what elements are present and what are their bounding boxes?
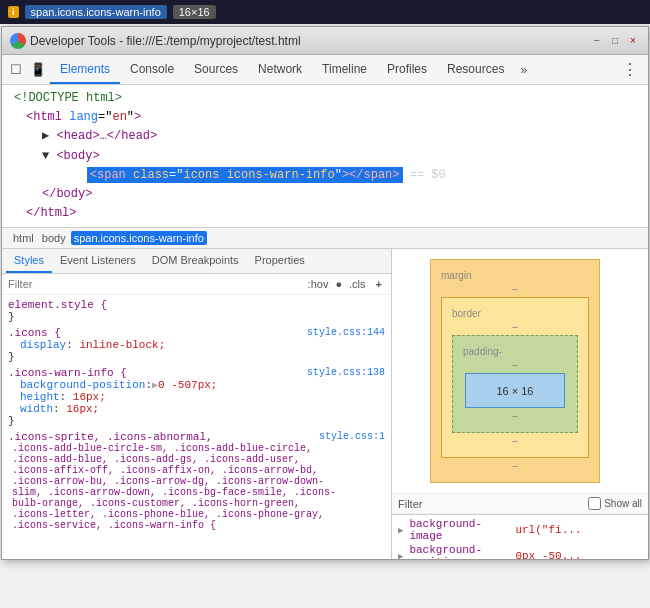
- show-all-label[interactable]: Show all: [588, 497, 642, 510]
- margin-top[interactable]: −: [512, 283, 518, 295]
- css-source-icons[interactable]: style.css:144: [307, 327, 385, 338]
- computed-props-panel: ▶ background-image url("fi... ▶ backgrou…: [392, 514, 648, 559]
- box-border: border − padding- −: [441, 297, 589, 458]
- tab-timeline[interactable]: Timeline: [312, 56, 377, 84]
- prop-expand-bg-image[interactable]: ▶: [398, 525, 403, 536]
- breadcrumb: html body span.icons.icons-warn-info: [2, 228, 648, 249]
- menu-dots[interactable]: ⋮: [616, 58, 644, 81]
- sub-tab-properties[interactable]: Properties: [247, 249, 313, 273]
- window-title: Developer Tools - file:///E:/temp/myproj…: [30, 34, 301, 48]
- css-rule-icons: .icons {style.css:144 display: inline-bl…: [8, 327, 385, 363]
- window-controls: − □ ×: [590, 34, 640, 48]
- cls-button[interactable]: .cls: [346, 277, 369, 291]
- computed-filter-bar: Filter Show all: [392, 493, 648, 514]
- html-line-body-close: </body>: [10, 185, 640, 204]
- sub-tab-dom-breakpoints[interactable]: DOM Breakpoints: [144, 249, 247, 273]
- box-pane: margin − border − padding-: [392, 249, 648, 559]
- padding-top[interactable]: −: [512, 359, 518, 371]
- show-all-text: Show all: [604, 498, 642, 509]
- breadcrumb-span[interactable]: span.icons.icons-warn-info: [71, 231, 207, 245]
- prop-expand-bg-pos[interactable]: ▶: [398, 551, 403, 560]
- tab-profiles[interactable]: Profiles: [377, 56, 437, 84]
- filter-buttons: :hov ● .cls +: [305, 277, 385, 291]
- main-toolbar: ☐ 📱 Elements Console Sources Network Tim…: [2, 55, 648, 85]
- box-content[interactable]: 16 × 16: [465, 373, 565, 408]
- tooltip-size: 16×16: [173, 5, 216, 19]
- html-line-html-close: </html>: [10, 204, 640, 223]
- close-button[interactable]: ×: [626, 34, 640, 48]
- show-all-checkbox[interactable]: [588, 497, 601, 510]
- css-rules: element.style { } .icons {style.css:144 …: [2, 295, 391, 559]
- prop-value-bg-pos: 0px -50...: [515, 550, 642, 559]
- padding-label: padding-: [463, 346, 502, 357]
- tab-resources[interactable]: Resources: [437, 56, 514, 84]
- breadcrumb-body[interactable]: body: [39, 231, 69, 245]
- minimize-button[interactable]: −: [590, 34, 604, 48]
- padding-bottom[interactable]: −: [512, 410, 518, 422]
- filter-dot: ●: [335, 278, 342, 290]
- styles-pane: Styles Event Listeners DOM Breakpoints P…: [2, 249, 392, 559]
- html-line-html: <html lang="en">: [10, 108, 640, 127]
- prop-background-position[interactable]: ▶ background-positio... 0px -50...: [392, 543, 648, 559]
- filter-input[interactable]: [8, 278, 299, 290]
- prop-name-bg-pos: background-positio...: [409, 544, 509, 559]
- tooltip-icon: i: [8, 6, 19, 18]
- border-label: border: [452, 308, 481, 319]
- maximize-button[interactable]: □: [608, 34, 622, 48]
- prop-background-image[interactable]: ▶ background-image url("fi...: [392, 517, 648, 543]
- sub-tabs: Styles Event Listeners DOM Breakpoints P…: [2, 249, 391, 274]
- prop-value-bg-image: url("fi...: [515, 524, 642, 536]
- css-rule-element-style: element.style { }: [8, 299, 385, 323]
- filter-bar: :hov ● .cls +: [2, 274, 391, 295]
- hover-button[interactable]: :hov: [305, 277, 332, 291]
- tab-console[interactable]: Console: [120, 56, 184, 84]
- computed-filter-label: Filter: [398, 498, 422, 510]
- box-padding: padding- − 16 × 16 −: [452, 335, 578, 433]
- css-source-warn[interactable]: style.css:138: [307, 367, 385, 378]
- more-tabs-button[interactable]: »: [514, 59, 533, 81]
- nav-tabs: Elements Console Sources Network Timelin…: [50, 56, 616, 84]
- bottom-panel: Styles Event Listeners DOM Breakpoints P…: [2, 249, 648, 559]
- sub-tab-event-listeners[interactable]: Event Listeners: [52, 249, 144, 273]
- html-line-head: ▶ <head>…</head>: [10, 127, 640, 146]
- css-rule-icons-warn-info: .icons-warn-info {style.css:138 backgrou…: [8, 367, 385, 427]
- chrome-icon: [10, 33, 26, 49]
- html-line-doctype: <!DOCTYPE html>: [10, 89, 640, 108]
- devtools-window: Developer Tools - file:///E:/temp/myproj…: [1, 26, 649, 560]
- margin-label: margin: [441, 270, 472, 281]
- html-line-body: ▼ <body>: [10, 147, 640, 166]
- border-bottom[interactable]: −: [512, 435, 518, 447]
- tab-elements[interactable]: Elements: [50, 56, 120, 84]
- border-top[interactable]: −: [512, 321, 518, 333]
- html-line-span[interactable]: <span class="icons icons-warn-info"></sp…: [10, 166, 640, 185]
- tooltip-bar: i span.icons.icons-warn-info 16×16: [0, 0, 650, 24]
- sub-tab-styles[interactable]: Styles: [6, 249, 52, 273]
- content-size: 16 × 16: [496, 385, 533, 397]
- tab-sources[interactable]: Sources: [184, 56, 248, 84]
- title-bar: Developer Tools - file:///E:/temp/myproj…: [2, 27, 648, 55]
- html-panel: <!DOCTYPE html> <html lang="en"> ▶ <head…: [2, 85, 648, 228]
- tab-network[interactable]: Network: [248, 56, 312, 84]
- margin-bottom[interactable]: −: [512, 460, 518, 472]
- tooltip-label: span.icons.icons-warn-info: [25, 5, 167, 19]
- box-model: margin − border − padding-: [392, 249, 648, 493]
- breadcrumb-html[interactable]: html: [10, 231, 37, 245]
- box-margin: margin − border − padding-: [430, 259, 600, 483]
- prop-name-bg-image: background-image: [409, 518, 509, 542]
- inspect-element-button[interactable]: ☐: [6, 58, 26, 81]
- css-rule-sprite: .icons-sprite, .icons-abnormal,style.css…: [8, 431, 385, 531]
- device-mode-button[interactable]: 📱: [26, 58, 50, 81]
- add-rule-button[interactable]: +: [373, 277, 385, 291]
- css-source-sprite[interactable]: style.css:1: [319, 431, 385, 442]
